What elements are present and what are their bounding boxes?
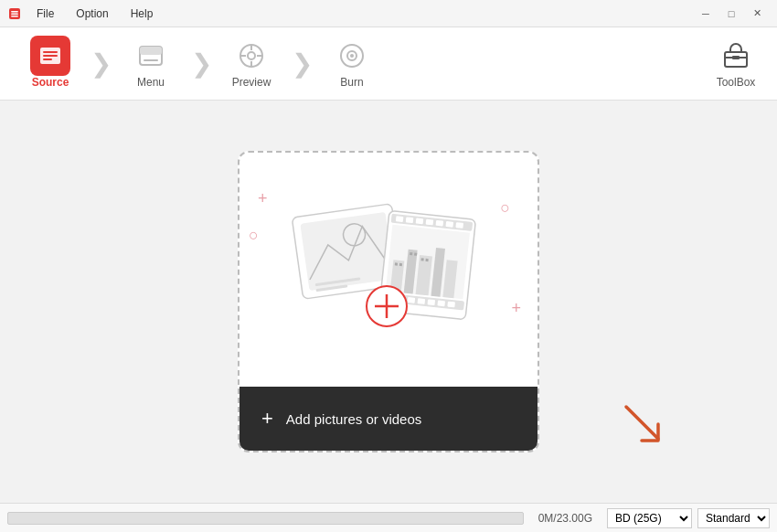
svg-rect-1 <box>11 11 18 13</box>
svg-rect-5 <box>43 51 58 53</box>
nav-burn[interactable]: Burn <box>311 32 393 96</box>
svg-rect-3 <box>11 16 18 17</box>
svg-point-19 <box>350 54 354 58</box>
svg-rect-21 <box>732 56 740 59</box>
size-label: 0M/23.00G <box>529 512 601 525</box>
burn-icon <box>335 39 368 72</box>
svg-rect-41 <box>408 297 416 303</box>
menu-file[interactable]: File <box>27 5 63 22</box>
progress-bar <box>7 512 524 525</box>
svg-rect-35 <box>436 220 444 227</box>
svg-rect-33 <box>416 218 424 224</box>
toolbox-button[interactable]: ToolBox <box>704 32 768 96</box>
nav-source[interactable]: Source <box>9 32 91 96</box>
svg-rect-10 <box>144 59 158 61</box>
title-bar: File Option Help ─ □ ✕ <box>0 0 777 27</box>
maximize-button[interactable]: □ <box>718 5 744 23</box>
svg-rect-44 <box>437 300 445 306</box>
close-button[interactable]: ✕ <box>744 5 770 23</box>
disc-select[interactable]: BD (25G) DVD (4.7G) BD (50G) <box>607 508 692 528</box>
minimize-button[interactable]: ─ <box>693 5 718 23</box>
svg-rect-34 <box>426 219 434 226</box>
svg-line-61 <box>626 407 658 439</box>
svg-rect-2 <box>11 13 18 15</box>
app-icon <box>7 6 22 21</box>
menu-nav-icon <box>134 39 167 72</box>
svg-rect-52 <box>395 262 398 265</box>
nav-arrow-3: ❯ <box>293 32 311 96</box>
svg-rect-55 <box>414 252 417 255</box>
svg-rect-57 <box>425 259 428 261</box>
source-label: Source <box>32 76 69 89</box>
menu-nav-label: Menu <box>137 76 165 89</box>
svg-rect-9 <box>140 47 162 55</box>
source-icon <box>34 39 67 72</box>
deco-plus-3: + <box>511 299 521 318</box>
svg-rect-54 <box>410 252 412 255</box>
svg-rect-43 <box>427 299 435 305</box>
svg-rect-53 <box>399 263 402 266</box>
nav-menu[interactable]: Menu <box>110 32 192 96</box>
svg-rect-32 <box>406 217 414 223</box>
preview-icon <box>235 39 268 72</box>
quality-select[interactable]: Standard High Low <box>697 508 770 528</box>
deco-plus-4: ○ <box>500 198 510 218</box>
svg-rect-37 <box>455 222 463 229</box>
deco-plus-2: ○ <box>249 226 259 245</box>
toolbox-icon <box>719 39 752 72</box>
svg-rect-42 <box>418 298 426 304</box>
nav-preview[interactable]: Preview <box>210 32 293 96</box>
svg-rect-36 <box>446 221 454 228</box>
preview-label: Preview <box>232 76 271 89</box>
svg-point-12 <box>248 52 255 59</box>
svg-rect-45 <box>447 302 455 308</box>
deco-plus-1: + <box>258 189 268 208</box>
menu-bar: File Option Help <box>27 5 693 22</box>
svg-rect-7 <box>43 59 52 60</box>
drop-zone[interactable]: + ○ + ○ <box>238 151 539 452</box>
drop-zone-content: + ○ + ○ <box>239 153 538 387</box>
burn-label: Burn <box>340 76 363 89</box>
window-controls: ─ □ ✕ <box>693 5 770 23</box>
svg-rect-6 <box>43 55 58 57</box>
main-content: + ○ + ○ <box>0 101 777 503</box>
nav-arrow-1: ❯ <box>91 32 110 96</box>
arrow-decoration <box>622 402 667 448</box>
svg-rect-31 <box>396 216 404 222</box>
nav-items: Source ❯ Menu ❯ <box>9 32 704 96</box>
menu-help[interactable]: Help <box>122 5 163 22</box>
toolbox-label: ToolBox <box>717 76 756 89</box>
add-plus-icon: + <box>261 407 273 431</box>
status-bar: 0M/23.00G BD (25G) DVD (4.7G) BD (50G) S… <box>0 503 777 532</box>
menu-option[interactable]: Option <box>67 5 117 22</box>
illustration <box>288 183 489 356</box>
toolbar: Source ❯ Menu ❯ <box>0 27 777 101</box>
nav-arrow-2: ❯ <box>192 32 210 96</box>
svg-rect-56 <box>420 258 423 261</box>
add-bar[interactable]: + Add pictures or videos <box>239 387 538 451</box>
add-bar-label: Add pictures or videos <box>286 411 421 427</box>
